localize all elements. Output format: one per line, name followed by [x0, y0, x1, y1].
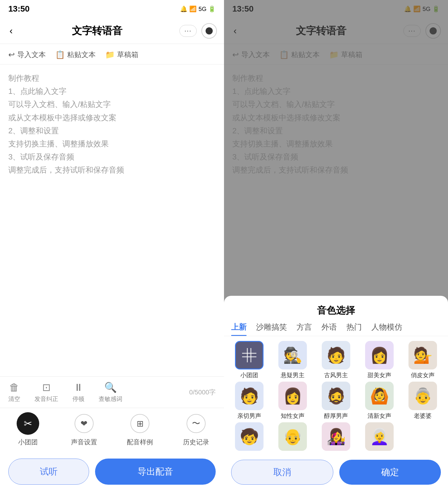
voice-name-xiaotuan: 小团团: [240, 371, 258, 379]
voice-name-qingxin: 清新女声: [367, 412, 391, 420]
bottom-toolbar-left: 🗑 清空 ⊡ 发音纠正 ⏸ 停顿 🔍 查敏感词 0/5000字: [0, 376, 224, 408]
more-button-left[interactable]: ···: [179, 25, 197, 37]
status-bar-left: 13:50 🔔 📶 5G 🔋: [0, 0, 224, 18]
status-icons-left: 🔔 📶 5G 🔋: [180, 5, 216, 12]
sheet-tab-funny[interactable]: 沙雕搞笑: [256, 322, 287, 336]
sheet-tab-foreign[interactable]: 外语: [321, 322, 337, 336]
voice-item-tianmei[interactable]: 👩 甜美女声: [359, 341, 400, 379]
voice-item-qingxin[interactable]: 🙆 清新女声: [359, 382, 400, 420]
cancel-button[interactable]: 取消: [231, 460, 333, 485]
main-voice-icon: ✂: [17, 412, 39, 435]
voice-avatar-xuanyi: 🕵: [278, 341, 307, 369]
tab-voice-label: 声音设置: [71, 438, 97, 447]
alarm-icon: 🔔: [180, 5, 187, 12]
face-emoji-zhixin: 👩: [283, 388, 302, 404]
record-button-left[interactable]: [201, 23, 217, 39]
nav-actions-left: ···: [179, 23, 217, 39]
tab-history-label: 历史记录: [183, 438, 209, 447]
sheet-tab-dialect[interactable]: 方言: [296, 322, 312, 336]
voice-avatar-r3-3: 👩‍🎤: [322, 422, 350, 451]
face-emoji-r3-4: 👩‍🦳: [370, 429, 389, 444]
face-emoji-qingxin: 🙆: [370, 388, 389, 404]
draft-button-left[interactable]: 📁 草稿箱: [105, 50, 138, 59]
voice-item-qiaoqi[interactable]: 💁 俏皮女声: [402, 341, 443, 379]
voice-item-xuanyi[interactable]: 🕵 悬疑男主: [272, 341, 313, 379]
voice-item-zhixin[interactable]: 👩 知性女声: [272, 382, 313, 420]
voice-avatar-xiaotuan: [235, 341, 264, 369]
history-icon: 〜: [187, 414, 206, 433]
right-panel: 13:50 🔔 📶 5G 🔋 ‹ 文字转语音 ··· ↩ 导入文本 📋 粘贴文本: [224, 0, 448, 493]
face-emoji-laopo: 👵: [413, 388, 433, 404]
voice-settings-icon: ❤: [75, 414, 94, 433]
voice-avatar-r3-4: 👩‍🦳: [365, 422, 394, 451]
correct-icon: ⊡: [42, 381, 51, 393]
back-button-left[interactable]: ‹: [7, 23, 15, 39]
voice-item-chunhou[interactable]: 🧔 醇厚男声: [316, 382, 356, 420]
voice-item-r3-2[interactable]: 👴: [272, 422, 313, 453]
voice-avatar-qinqie: 🧑: [235, 382, 264, 410]
tab-voice-settings[interactable]: ❤ 声音设置: [56, 412, 112, 447]
sheet-tab-hot[interactable]: 热门: [346, 322, 362, 336]
face-emoji-gufeng: 🧑: [326, 347, 346, 363]
voice-item-gufeng[interactable]: 🧑 古风男主: [316, 341, 356, 379]
voice-item-r3-4[interactable]: 👩‍🦳: [359, 422, 400, 453]
record-icon: [206, 27, 213, 34]
sensitive-icon: 🔍: [104, 381, 117, 393]
voice-avatar-gufeng: 🧑: [322, 341, 350, 369]
text-input-left[interactable]: 制作教程 1、点此输入文字 可以导入文档、输入/粘贴文字 或从文本模板中选择或修…: [0, 64, 224, 376]
voice-name-zhixin: 知性女声: [281, 412, 305, 420]
paste-button-left[interactable]: 📋 粘贴文本: [55, 50, 96, 59]
export-button[interactable]: 导出配音: [95, 459, 216, 485]
confirm-button[interactable]: 确定: [339, 460, 441, 485]
voice-item-r3-3[interactable]: 👩‍🎤: [316, 422, 356, 453]
clear-button[interactable]: 🗑 清空: [8, 382, 20, 403]
preview-button[interactable]: 试听: [8, 459, 89, 485]
status-time-left: 13:50: [8, 4, 30, 14]
voice-name-xuanyi: 悬疑男主: [281, 371, 305, 379]
import-button-left[interactable]: ↩ 导入文本: [8, 50, 46, 59]
correct-button[interactable]: ⊡ 发音纠正: [34, 381, 58, 403]
pause-icon: ⏸: [73, 382, 83, 393]
text-content-left: 制作教程 1、点此输入文字 可以导入文档、输入/粘贴文字 或从文本模板中选择或修…: [8, 74, 124, 174]
action-row-left: 试听 导出配音: [0, 454, 224, 493]
voice-item-r3-1[interactable]: 🧒: [229, 422, 270, 453]
left-panel: 13:50 🔔 📶 5G 🔋 ‹ 文字转语音 ··· ↩ 导入文本 📋 粘贴文本: [0, 0, 224, 493]
page-title-left: 文字转语音: [72, 24, 122, 38]
face-emoji-qiaoqi: 💁: [413, 347, 433, 363]
sheet-title: 音色选择: [224, 296, 448, 322]
sheet-tab-new[interactable]: 上新: [231, 322, 247, 336]
sheet-tab-imitate[interactable]: 人物模仿: [371, 322, 402, 336]
toolbar-left: ↩ 导入文本 📋 粘贴文本 📁 草稿箱: [0, 44, 224, 64]
voice-avatar-qingxin: 🙆: [365, 382, 394, 410]
nav-bar-left: ‹ 文字转语音 ···: [0, 18, 224, 44]
voice-name-tianmei: 甜美女声: [367, 371, 391, 379]
face-emoji-tianmei: 👩: [370, 347, 389, 363]
voice-name-qiaoqi: 俏皮女声: [411, 371, 435, 379]
voice-avatar-r3-1: 🧒: [235, 422, 264, 451]
voice-avatar-tianmei: 👩: [365, 341, 394, 369]
voice-grid: 小团团 🕵 悬疑男主 🧑 古风男主 👩 甜美女声: [224, 339, 448, 455]
clear-icon: 🗑: [9, 382, 19, 393]
sensitive-button[interactable]: 🔍 查敏感词: [99, 381, 122, 403]
voice-item-qinqie[interactable]: 🧑 亲切男声: [229, 382, 270, 420]
tab-main-label: 小团团: [18, 438, 38, 447]
face-emoji-r3-1: 🧒: [240, 429, 259, 444]
wifi-icon: 📶: [189, 5, 197, 12]
voice-avatar-zhixin: 👩: [278, 382, 307, 410]
tab-history-icon-wrap: 〜: [184, 412, 208, 435]
voice-item-xiaotuan[interactable]: 小团团: [229, 341, 270, 379]
voice-avatar-qiaoqi: 💁: [408, 341, 437, 369]
bottom-sheet: 音色选择 上新 沙雕搞笑 方言 外语 热门 人物模仿: [224, 296, 448, 493]
voice-name-chunhou: 醇厚男声: [324, 412, 348, 420]
pause-button[interactable]: ⏸ 停顿: [72, 382, 84, 403]
tab-history[interactable]: 〜 历史记录: [168, 412, 224, 447]
voice-avatar-chunhou: 🧔: [322, 382, 350, 410]
tab-sample-label: 配音样例: [127, 438, 153, 447]
tab-main-voice[interactable]: ✂ 小团团: [0, 412, 56, 447]
voice-avatar-laopo: 👵: [408, 382, 437, 410]
voice-avatar-r3-2: 👴: [278, 422, 307, 451]
face-emoji-chunhou: 🧔: [326, 388, 346, 404]
voice-name-laopo: 老婆婆: [414, 412, 432, 420]
voice-item-laopo[interactable]: 👵 老婆婆: [402, 382, 443, 420]
tab-sample[interactable]: ⊞ 配音样例: [112, 412, 168, 447]
